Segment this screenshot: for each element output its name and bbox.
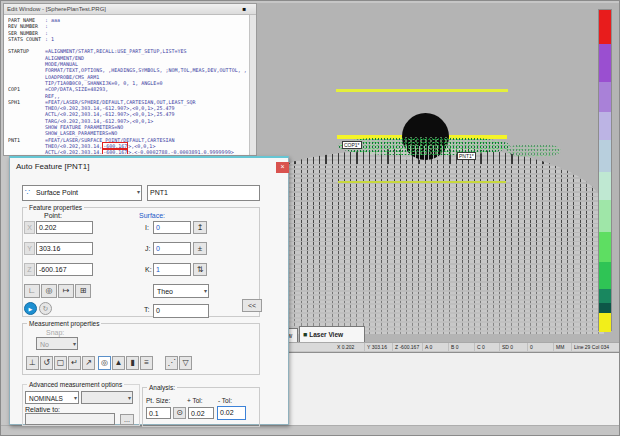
code-line-actl-highlight[interactable]: ACTL/<0.202,303.14,-600.167>,<-0.0002788… [8,149,247,154]
y-value-input[interactable]: 303.16 [36,242,93,255]
dialog-title: Auto Feature [PNT1] [16,162,89,171]
status-line-col: Line 29 Col 034 [572,343,619,351]
pt-size-input[interactable]: 0.1 [146,407,171,419]
collapse-dialog-button[interactable]: << [242,299,262,312]
plus-tol-label: + Tol: [187,397,203,404]
region-box-icon[interactable]: ▢ [54,356,67,370]
chevron-down-icon: ▾ [73,338,76,350]
magnifier-icon[interactable]: ⊙ [173,407,186,419]
j-label: J: [145,245,150,252]
measurement-properties-caption: Measurement properties [27,320,101,328]
app-bottom-strip [1,425,620,436]
t-label: T: [144,306,149,313]
color-scale-segment [599,289,611,303]
j-value-input[interactable]: 0 [153,242,191,255]
snap-value: No [40,341,49,348]
close-icon[interactable]: × [276,162,289,173]
find-nominals-icon[interactable]: ◎ [41,284,57,298]
edit-window-menu-icon[interactable]: ■ [242,6,246,13]
t-value-input[interactable]: 0 [153,304,209,318]
z-value-input[interactable]: -600.167 [36,263,93,276]
z-axis-button[interactable]: Z [24,263,35,276]
color-scale-segment [599,112,611,140]
swap-vector-icon[interactable]: ⇅ [193,263,207,276]
tab-laser-view[interactable]: ■ Laser View [299,326,365,342]
grid-snap-icon[interactable]: ⊞ [75,284,91,298]
edit-window-titlebar[interactable]: Edit Window - [SpherePlanTest.PRG] ■ [4,4,256,15]
pick-direction-icon[interactable]: ↥ [193,221,207,234]
move-point-icon[interactable]: ↦ [58,284,74,298]
x-axis-button[interactable]: X [24,221,35,234]
scan-line-lower [338,181,506,183]
surface-point-icon: ∵ [25,186,30,199]
flip-vector-icon[interactable]: ± [193,242,207,255]
feature-name-input[interactable]: PNT1 [147,185,260,201]
pnt-feature-label[interactable]: PNT1* [457,152,476,160]
k-label: K: [145,266,152,273]
filter-icon[interactable]: ▽ [179,356,192,370]
block-scan-icon[interactable]: ▮ [126,356,139,370]
reset-button[interactable]: ↻ [39,302,52,315]
color-scale-segment [599,200,611,232]
nominals-mode-select: ▾ [81,391,133,404]
plus-tol-input[interactable]: 0.02 [188,407,214,419]
code-editor[interactable]: PART NAME: aaa REV NUMBER: SER NUMBER: S… [8,17,247,154]
nominals-value: NOMINALS [29,395,63,402]
angle-axes-icon[interactable]: ∟ [24,284,40,298]
cop-feature-label[interactable]: COP1* [342,141,362,149]
color-scale-segment [599,44,611,82]
return-path-icon[interactable]: ↵ [68,356,81,370]
status-sd: SD 0 [500,343,528,351]
status-a: A 0 [423,343,449,351]
x-value-input[interactable]: 0.202 [36,221,93,234]
scan-points-band [338,137,510,155]
chevron-down-icon: ▾ [204,285,207,298]
relative-to-label: Relative to: [25,406,60,413]
test-play-button[interactable]: ▶ [24,302,37,315]
y-axis-button[interactable]: Y [24,242,35,255]
advanced-options-caption: Advanced measurement options [27,381,124,389]
i-value-input[interactable]: 0 [153,221,191,234]
color-scale-segment [599,303,611,313]
color-scale-segment [599,262,611,289]
chevron-down-icon: ▾ [137,186,140,199]
status-y: Y 303.16 [365,343,393,351]
scan-points-band-sparse [506,144,561,157]
crosshair-target-icon[interactable]: ◎ [98,356,111,370]
feature-type-select[interactable]: ∵ Surface Point ▾ [22,185,142,201]
k-value-input[interactable]: 1 [153,263,191,276]
approach-path-icon[interactable]: ↗ [82,356,95,370]
i-label: I: [145,224,149,231]
minus-tol-input[interactable]: 0.02 [217,406,246,420]
status-bar: X 0.202 Y 303.16 Z -600.167 A 0 B 0 C 0 … [257,342,619,351]
relative-to-input[interactable] [25,413,115,425]
surface-label: Surface: [139,212,165,219]
theo-select[interactable]: Theo ▾ [153,284,209,298]
probe-path-icon[interactable]: ⊥ [26,356,39,370]
code-line[interactable]: FORMAT/TEXT,OPTIONS, ,HEADINGS,SYMBOLS, … [8,67,247,73]
minus-tol-label: - Tol: [218,397,232,404]
browse-button[interactable]: ... [120,414,134,425]
scan-lines-icon[interactable]: ≡ [140,356,153,370]
color-scale-segment [599,313,611,332]
edit-window-scrollbar[interactable] [249,15,256,155]
color-scale-segment [599,10,611,44]
lower-panel [289,352,619,425]
level-probe-icon[interactable]: ▲ [112,356,125,370]
feature-properties-caption: Feature properties [27,204,84,212]
point-select-icon[interactable]: ⋰ [165,356,178,370]
color-scale-segment [599,232,611,262]
feature-type-value: Surface Point [36,189,78,196]
red-highlight-box: -600.167 [102,148,128,154]
nominals-select[interactable]: NOMINALS ▾ [25,391,79,404]
color-scale-segment [599,172,611,200]
chevron-down-icon: ▾ [128,392,131,404]
laser-view-tab-label: Laser View [309,331,343,338]
status-zero: 0 [528,343,554,351]
laser-view-tab-icon: ■ [303,331,307,338]
status-b: B 0 [449,343,475,351]
status-units: MM [554,343,572,351]
analysis-caption: Analysis: [147,384,177,392]
snap-label: Snap: [46,329,64,336]
rotate-icon[interactable]: ↺ [40,356,53,370]
